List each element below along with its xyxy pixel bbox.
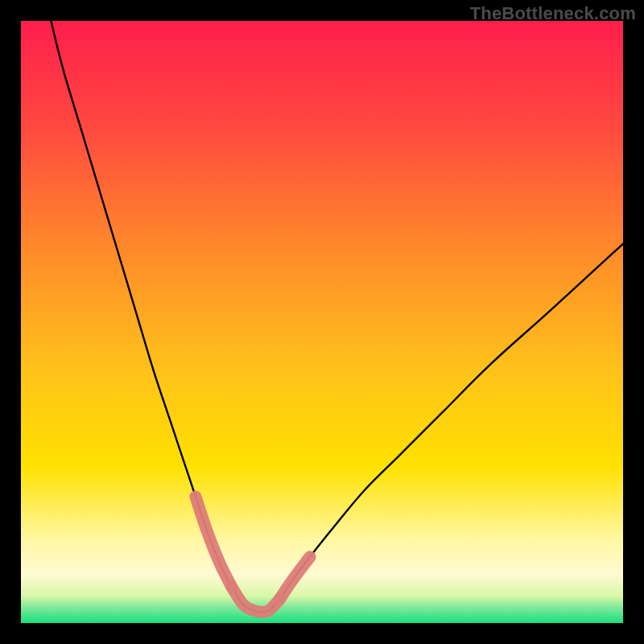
gradient-background <box>21 21 623 623</box>
chart-frame: TheBottleneck.com <box>0 0 644 644</box>
chart-svg <box>21 21 623 623</box>
plot-area <box>21 21 623 623</box>
watermark-text: TheBottleneck.com <box>470 3 636 24</box>
